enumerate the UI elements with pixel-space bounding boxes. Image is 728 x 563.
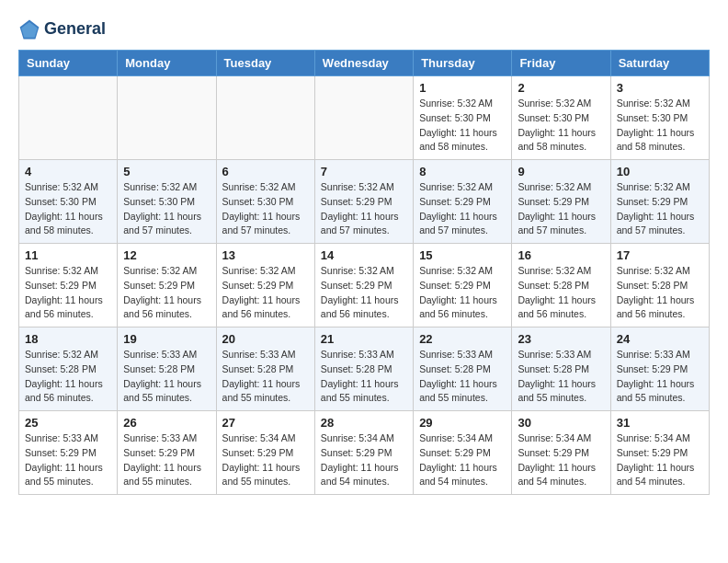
day-info: Sunrise: 5:33 AM Sunset: 5:29 PM Dayligh… bbox=[123, 431, 210, 489]
calendar-cell: 18Sunrise: 5:32 AM Sunset: 5:28 PM Dayli… bbox=[19, 327, 118, 411]
calendar-cell: 30Sunrise: 5:34 AM Sunset: 5:29 PM Dayli… bbox=[512, 411, 610, 495]
calendar-table: SundayMondayTuesdayWednesdayThursdayFrid… bbox=[18, 50, 710, 495]
calendar-cell: 5Sunrise: 5:32 AM Sunset: 5:30 PM Daylig… bbox=[118, 160, 216, 244]
day-number: 11 bbox=[25, 248, 111, 262]
weekday-header-friday: Friday bbox=[512, 51, 610, 76]
weekday-header-thursday: Thursday bbox=[414, 51, 512, 76]
weekday-header-sunday: Sunday bbox=[19, 51, 118, 76]
weekday-header-wednesday: Wednesday bbox=[314, 51, 413, 76]
calendar-cell: 9Sunrise: 5:32 AM Sunset: 5:29 PM Daylig… bbox=[512, 160, 610, 244]
calendar-cell: 13Sunrise: 5:32 AM Sunset: 5:29 PM Dayli… bbox=[216, 244, 314, 327]
calendar-cell: 12Sunrise: 5:32 AM Sunset: 5:29 PM Dayli… bbox=[118, 244, 216, 327]
calendar-cell: 19Sunrise: 5:33 AM Sunset: 5:28 PM Dayli… bbox=[118, 327, 216, 411]
calendar-cell: 1Sunrise: 5:32 AM Sunset: 5:30 PM Daylig… bbox=[414, 76, 512, 160]
day-number: 7 bbox=[321, 165, 407, 178]
calendar-cell: 7Sunrise: 5:32 AM Sunset: 5:29 PM Daylig… bbox=[314, 160, 413, 244]
calendar-cell: 22Sunrise: 5:33 AM Sunset: 5:28 PM Dayli… bbox=[414, 327, 512, 411]
day-number: 31 bbox=[617, 416, 703, 430]
day-info: Sunrise: 5:34 AM Sunset: 5:29 PM Dayligh… bbox=[518, 431, 604, 489]
calendar-cell bbox=[118, 76, 216, 160]
calendar-cell: 6Sunrise: 5:32 AM Sunset: 5:30 PM Daylig… bbox=[216, 160, 314, 244]
day-number: 30 bbox=[518, 416, 604, 430]
day-number: 18 bbox=[25, 332, 111, 346]
calendar-cell bbox=[216, 76, 314, 160]
calendar-cell: 14Sunrise: 5:32 AM Sunset: 5:29 PM Dayli… bbox=[314, 244, 413, 327]
calendar-cell bbox=[19, 76, 118, 160]
day-info: Sunrise: 5:33 AM Sunset: 5:28 PM Dayligh… bbox=[419, 348, 506, 406]
day-number: 10 bbox=[617, 165, 703, 178]
weekday-header-saturday: Saturday bbox=[610, 51, 709, 76]
day-number: 2 bbox=[518, 81, 604, 95]
day-info: Sunrise: 5:34 AM Sunset: 5:29 PM Dayligh… bbox=[419, 431, 506, 489]
logo: General bbox=[18, 18, 106, 40]
day-info: Sunrise: 5:32 AM Sunset: 5:29 PM Dayligh… bbox=[321, 180, 407, 238]
calendar-cell: 27Sunrise: 5:34 AM Sunset: 5:29 PM Dayli… bbox=[216, 411, 314, 495]
weekday-header-tuesday: Tuesday bbox=[216, 51, 314, 76]
day-info: Sunrise: 5:32 AM Sunset: 5:29 PM Dayligh… bbox=[419, 180, 506, 238]
calendar-cell: 29Sunrise: 5:34 AM Sunset: 5:29 PM Dayli… bbox=[414, 411, 512, 495]
day-info: Sunrise: 5:32 AM Sunset: 5:29 PM Dayligh… bbox=[222, 264, 309, 322]
weekday-header-monday: Monday bbox=[118, 51, 216, 76]
day-number: 21 bbox=[321, 332, 407, 346]
day-number: 3 bbox=[617, 81, 703, 95]
day-number: 23 bbox=[518, 332, 604, 346]
calendar-cell: 31Sunrise: 5:34 AM Sunset: 5:29 PM Dayli… bbox=[610, 411, 709, 495]
day-number: 19 bbox=[123, 332, 210, 346]
page-header: General bbox=[18, 18, 710, 40]
calendar-cell bbox=[314, 76, 413, 160]
calendar-cell: 4Sunrise: 5:32 AM Sunset: 5:30 PM Daylig… bbox=[19, 160, 118, 244]
day-number: 8 bbox=[419, 165, 506, 178]
day-number: 27 bbox=[222, 416, 309, 430]
day-number: 22 bbox=[419, 332, 506, 346]
day-info: Sunrise: 5:32 AM Sunset: 5:28 PM Dayligh… bbox=[617, 264, 703, 322]
day-info: Sunrise: 5:32 AM Sunset: 5:29 PM Dayligh… bbox=[617, 180, 703, 238]
calendar-cell: 15Sunrise: 5:32 AM Sunset: 5:29 PM Dayli… bbox=[414, 244, 512, 327]
calendar-week-row: 11Sunrise: 5:32 AM Sunset: 5:29 PM Dayli… bbox=[19, 244, 710, 327]
day-info: Sunrise: 5:32 AM Sunset: 5:30 PM Dayligh… bbox=[222, 180, 309, 238]
logo-icon bbox=[18, 18, 40, 40]
day-info: Sunrise: 5:32 AM Sunset: 5:28 PM Dayligh… bbox=[25, 348, 111, 406]
day-info: Sunrise: 5:32 AM Sunset: 5:29 PM Dayligh… bbox=[518, 180, 604, 238]
day-info: Sunrise: 5:32 AM Sunset: 5:30 PM Dayligh… bbox=[123, 180, 210, 238]
logo-text: General bbox=[44, 20, 106, 39]
day-number: 28 bbox=[321, 416, 407, 430]
calendar-cell: 17Sunrise: 5:32 AM Sunset: 5:28 PM Dayli… bbox=[610, 244, 709, 327]
day-info: Sunrise: 5:32 AM Sunset: 5:29 PM Dayligh… bbox=[419, 264, 506, 322]
day-info: Sunrise: 5:32 AM Sunset: 5:30 PM Dayligh… bbox=[419, 97, 506, 155]
calendar-cell: 11Sunrise: 5:32 AM Sunset: 5:29 PM Dayli… bbox=[19, 244, 118, 327]
calendar-cell: 20Sunrise: 5:33 AM Sunset: 5:28 PM Dayli… bbox=[216, 327, 314, 411]
calendar-cell: 25Sunrise: 5:33 AM Sunset: 5:29 PM Dayli… bbox=[19, 411, 118, 495]
day-number: 6 bbox=[222, 165, 309, 178]
day-number: 1 bbox=[419, 81, 506, 95]
day-info: Sunrise: 5:32 AM Sunset: 5:30 PM Dayligh… bbox=[518, 97, 604, 155]
day-number: 17 bbox=[617, 248, 703, 262]
day-number: 29 bbox=[419, 416, 506, 430]
day-number: 12 bbox=[123, 248, 210, 262]
day-number: 20 bbox=[222, 332, 309, 346]
day-info: Sunrise: 5:32 AM Sunset: 5:29 PM Dayligh… bbox=[321, 264, 407, 322]
calendar-cell: 24Sunrise: 5:33 AM Sunset: 5:29 PM Dayli… bbox=[610, 327, 709, 411]
calendar-cell: 21Sunrise: 5:33 AM Sunset: 5:28 PM Dayli… bbox=[314, 327, 413, 411]
day-info: Sunrise: 5:32 AM Sunset: 5:30 PM Dayligh… bbox=[25, 180, 111, 238]
calendar-cell: 8Sunrise: 5:32 AM Sunset: 5:29 PM Daylig… bbox=[414, 160, 512, 244]
day-info: Sunrise: 5:34 AM Sunset: 5:29 PM Dayligh… bbox=[321, 431, 407, 489]
day-number: 15 bbox=[419, 248, 506, 262]
day-number: 24 bbox=[617, 332, 703, 346]
day-number: 5 bbox=[123, 165, 210, 178]
day-info: Sunrise: 5:33 AM Sunset: 5:28 PM Dayligh… bbox=[222, 348, 309, 406]
day-number: 4 bbox=[25, 165, 111, 178]
calendar-header-row: SundayMondayTuesdayWednesdayThursdayFrid… bbox=[19, 51, 710, 76]
day-info: Sunrise: 5:32 AM Sunset: 5:30 PM Dayligh… bbox=[617, 97, 703, 155]
day-info: Sunrise: 5:32 AM Sunset: 5:29 PM Dayligh… bbox=[123, 264, 210, 322]
day-info: Sunrise: 5:34 AM Sunset: 5:29 PM Dayligh… bbox=[222, 431, 309, 489]
day-info: Sunrise: 5:33 AM Sunset: 5:28 PM Dayligh… bbox=[518, 348, 604, 406]
day-number: 25 bbox=[25, 416, 111, 430]
day-info: Sunrise: 5:32 AM Sunset: 5:28 PM Dayligh… bbox=[518, 264, 604, 322]
day-number: 26 bbox=[123, 416, 210, 430]
calendar-cell: 26Sunrise: 5:33 AM Sunset: 5:29 PM Dayli… bbox=[118, 411, 216, 495]
calendar-cell: 10Sunrise: 5:32 AM Sunset: 5:29 PM Dayli… bbox=[610, 160, 709, 244]
calendar-week-row: 25Sunrise: 5:33 AM Sunset: 5:29 PM Dayli… bbox=[19, 411, 710, 495]
day-number: 9 bbox=[518, 165, 604, 178]
calendar-week-row: 18Sunrise: 5:32 AM Sunset: 5:28 PM Dayli… bbox=[19, 327, 710, 411]
calendar-week-row: 4Sunrise: 5:32 AM Sunset: 5:30 PM Daylig… bbox=[19, 160, 710, 244]
